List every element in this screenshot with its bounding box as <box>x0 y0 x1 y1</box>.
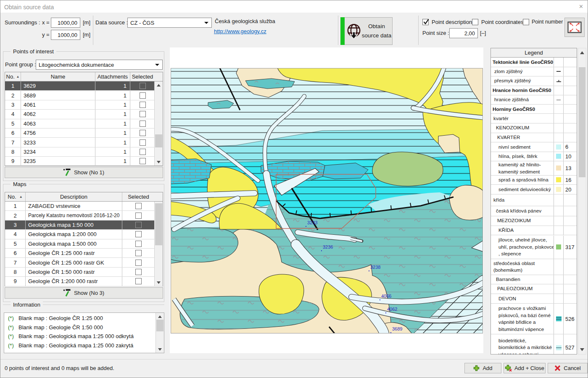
svg-text:4062: 4062 <box>387 307 397 312</box>
svg-text:3689: 3689 <box>392 326 402 331</box>
svg-text:3233: 3233 <box>307 220 317 225</box>
svg-text:3238: 3238 <box>370 265 380 270</box>
svg-text:3236: 3236 <box>323 244 333 249</box>
svg-text:4066: 4066 <box>381 294 391 299</box>
